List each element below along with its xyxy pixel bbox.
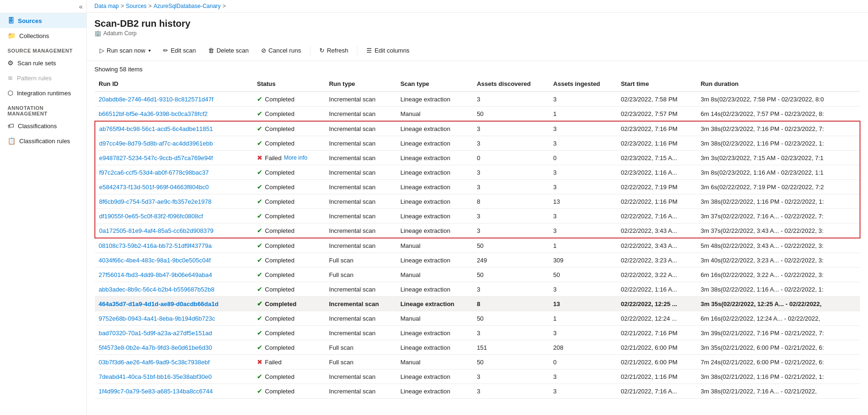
sidebar-item-integration-runtimes[interactable]: ⬡ Integration runtimes: [0, 85, 86, 100]
cell-assets-ingested: 13: [550, 297, 617, 311]
status-text: Completed: [265, 96, 294, 103]
sources-icon: 🗄: [8, 17, 14, 24]
cell-run-id: 464a35d7-d1a9-4d1d-ae89-d0acdb66da1d: [95, 297, 253, 311]
cell-scan-type: Lineage extraction: [396, 369, 473, 384]
run-id-link[interactable]: e5842473-f13d-501f-969f-04663f804bc0: [99, 184, 209, 191]
run-id-link[interactable]: 5f4573e8-0b2e-4a7b-9fd3-8e0d61be6d30: [99, 344, 212, 351]
run-id-link[interactable]: bad70320-70a1-5d9f-a23a-a27df5e151ad: [99, 330, 212, 337]
run-id-link[interactable]: 20abdb8e-2746-46d1-9310-8c812571d47f: [99, 96, 213, 103]
run-id-link[interactable]: b66512bf-bf5e-4a36-9398-bc0ca378fcf2: [99, 110, 208, 117]
edit-scan-button[interactable]: ✏ Edit scan: [158, 44, 201, 57]
cell-start-time: 02/22/2022, 1:16 A...: [617, 282, 697, 297]
run-id-link[interactable]: 27f56014-fbd3-4dd9-8b47-9b06e649aba4: [99, 271, 212, 278]
cell-assets-ingested: 3: [550, 165, 617, 180]
status-success-icon: ✔: [257, 242, 263, 249]
more-info-link[interactable]: More info: [284, 154, 307, 161]
status-text: Completed: [265, 110, 294, 117]
breadcrumb-data-map[interactable]: Data map: [94, 3, 119, 9]
cell-start-time: 02/22/2022, 3:23 A...: [617, 253, 697, 268]
sidebar-item-classification-rules-label: Classification rules: [19, 138, 70, 145]
sidebar-collapse-button[interactable]: «: [79, 3, 83, 10]
cell-run-type: Incremental scan: [325, 107, 396, 122]
cancel-runs-button[interactable]: ⊘ Cancel runs: [256, 44, 306, 57]
status-failed-icon: ✖: [257, 358, 263, 366]
edit-columns-label: Edit columns: [374, 47, 409, 54]
cell-scan-type: Manual: [396, 355, 473, 369]
run-id-link[interactable]: 0a172505-81e9-4af4-85a5-cc6b2d908379: [99, 227, 214, 234]
run-id-link[interactable]: 08108c73-59b2-416a-bb72-51df9f43779a: [99, 242, 212, 249]
cell-status: ✔Completed: [253, 326, 325, 340]
run-id-link[interactable]: e9487827-5234-547c-9ccb-d57ca769e94f: [99, 154, 213, 161]
table-row: e9487827-5234-547c-9ccb-d57ca769e94f✖Fai…: [95, 151, 860, 165]
table-row: 9752e68b-0943-4a41-8eba-9b194d6b723c✔Com…: [95, 311, 860, 326]
cell-run-type: Incremental scan: [325, 384, 396, 399]
run-id-link[interactable]: 1f4d99c7-0a79-5e83-a685-134ba8cc6744: [99, 388, 213, 395]
cell-status: ✔Completed: [253, 369, 325, 384]
showing-items-text: Showing 58 items: [94, 61, 860, 77]
cell-run-id: 08108c73-59b2-416a-bb72-51df9f43779a: [95, 238, 253, 253]
cell-scan-type: Manual: [396, 268, 473, 282]
cell-scan-type: Manual: [396, 107, 473, 122]
table-row: 27f56014-fbd3-4dd9-8b47-9b06e649aba4✔Com…: [95, 268, 860, 282]
cell-run-duration: 6m 16s(02/22/2022, 12:24 A... - 02/22/20…: [697, 311, 860, 326]
cell-run-id: 5f4573e8-0b2e-4a7b-9fd3-8e0d61be6d30: [95, 340, 253, 355]
run-scan-label: Run scan now: [107, 47, 145, 54]
edit-columns-button[interactable]: ☰ Edit columns: [361, 44, 414, 57]
scan-history-table: Run ID Status Run type Scan type Assets …: [94, 77, 860, 399]
sidebar-item-classification-rules[interactable]: 📋 Classification rules: [0, 133, 86, 148]
sidebar-item-collections[interactable]: 📁 Collections: [0, 28, 86, 43]
cell-assets-ingested: 50: [550, 268, 617, 282]
col-header-assets-discovered: Assets discovered: [473, 77, 550, 92]
run-id-link[interactable]: f97c2ca6-ccf5-53d4-ab0f-6778c98bac37: [99, 169, 209, 176]
cell-assets-discovered: 50: [473, 311, 550, 326]
run-id-link[interactable]: ab765f94-bc98-56c1-acd5-6c4adbe11851: [99, 125, 213, 132]
cell-run-duration: 3m 38s(02/21/2022, 7:16 A... - 02/21/202…: [697, 384, 860, 399]
cell-run-id: b66512bf-bf5e-4a36-9398-bc0ca378fcf2: [95, 107, 253, 122]
run-id-link[interactable]: d97cc49e-8d79-5d8b-af7c-ac4dd3961ebb: [99, 140, 213, 147]
refresh-button[interactable]: ↻ Refresh: [314, 44, 354, 57]
status-failed-icon: ✖: [257, 154, 263, 161]
cell-run-duration: 6m 14s(02/23/2022, 7:57 PM - 02/23/2022,…: [697, 107, 860, 122]
cell-assets-ingested: 3: [550, 180, 617, 194]
status-text: Completed: [265, 213, 294, 220]
cell-assets-discovered: 50: [473, 107, 550, 122]
breadcrumb-azure-sql[interactable]: AzureSqlDatabase-Canary: [154, 3, 221, 9]
run-scan-button[interactable]: ▷ Run scan now ▾: [94, 44, 156, 57]
cell-start-time: 02/22/2022, 7:16 A...: [617, 209, 697, 223]
cell-assets-discovered: 50: [473, 238, 550, 253]
cell-assets-discovered: 151: [473, 340, 550, 355]
run-id-link[interactable]: 9752e68b-0943-4a41-8eba-9b194d6b723c: [99, 315, 215, 322]
run-id-link[interactable]: 4034f66c-4be4-483c-98a1-9bc0e505c04f: [99, 257, 211, 264]
run-id-link[interactable]: 8f6cb9d9-c754-5d37-ae9c-fb357e2e1978: [99, 198, 211, 205]
cell-scan-type: Lineage extraction: [396, 180, 473, 194]
cell-scan-type: Lineage extraction: [396, 223, 473, 238]
cell-assets-discovered: 3: [473, 223, 550, 238]
cell-run-type: Incremental scan: [325, 209, 396, 223]
cell-run-duration: 3m 38s(02/22/2022, 1:16 PM - 02/22/2022,…: [697, 194, 860, 209]
delete-scan-button[interactable]: 🗑 Delete scan: [203, 44, 254, 57]
run-id-link[interactable]: 464a35d7-d1a9-4d1d-ae89-d0acdb66da1d: [99, 300, 218, 307]
integration-runtimes-icon: ⬡: [8, 89, 13, 97]
run-id-link[interactable]: 7deabd41-40ca-51bf-bb16-35e38abf30e0: [99, 373, 212, 380]
breadcrumb-sources[interactable]: Sources: [126, 3, 147, 9]
toolbar-separator: [310, 46, 310, 55]
cell-run-type: Full scan: [325, 253, 396, 268]
cell-run-duration: 3m 40s(02/22/2022, 3:23 A... - 02/22/202…: [697, 253, 860, 268]
cell-run-duration: 6m 16s(02/22/2022, 3:22 A... - 02/22/202…: [697, 268, 860, 282]
sidebar-item-sources[interactable]: 🗄 Sources: [0, 13, 86, 28]
col-header-run-id: Run ID: [95, 77, 253, 92]
cell-run-id: 7deabd41-40ca-51bf-bb16-35e38abf30e0: [95, 369, 253, 384]
toolbar: ▷ Run scan now ▾ ✏ Edit scan 🗑 Delete sc…: [87, 40, 868, 61]
cell-status: ✖FailedMore info: [253, 151, 325, 165]
classifications-icon: 🏷: [8, 122, 14, 130]
sidebar-item-scan-rule-sets[interactable]: ⚙ Scan rule sets: [0, 55, 86, 70]
cell-run-type: Incremental scan: [325, 92, 396, 107]
run-id-link[interactable]: df19055f-0e65-5c0f-83f2-f096fc0808cf: [99, 213, 203, 220]
run-id-link[interactable]: abb3adec-8b9c-56c4-b2b4-b559687b52b8: [99, 286, 215, 293]
sidebar-item-classifications[interactable]: 🏷 Classifications: [0, 118, 86, 133]
cell-run-duration: 3m 38s(02/23/2022, 7:16 PM - 02/23/2022,…: [697, 121, 860, 136]
refresh-label: Refresh: [327, 47, 349, 54]
col-header-run-duration: Run duration: [697, 77, 860, 92]
run-id-link[interactable]: 03b7f3d6-ae26-4af6-9ad9-5c38c7938ebf: [99, 359, 209, 366]
sidebar-item-pattern-rules[interactable]: ≋ Pattern rules: [0, 70, 86, 85]
